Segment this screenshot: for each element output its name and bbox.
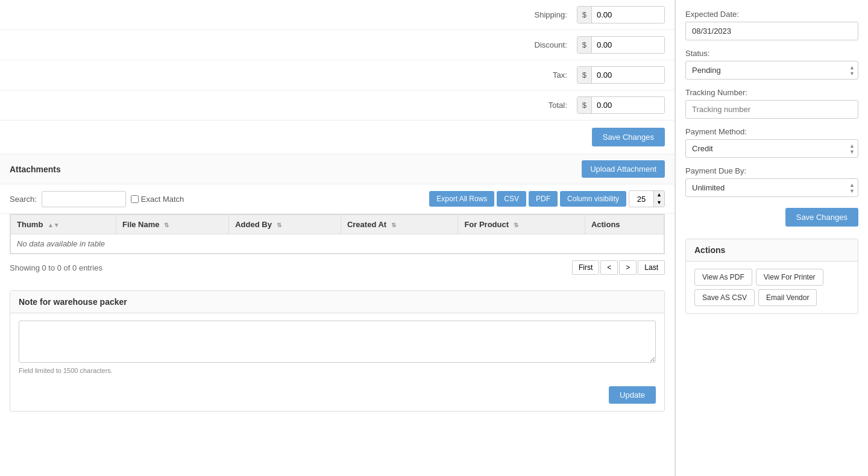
side-save-button[interactable]: Save Changes (785, 208, 858, 227)
no-data-row: No data available in table (11, 234, 664, 254)
total-row: Total: $ (0, 90, 675, 121)
expected-date-label: Expected Date: (685, 10, 858, 19)
payment-method-select-wrapper: Credit Cash Check ▲ ▼ (685, 139, 858, 158)
shipping-currency: $ (577, 7, 592, 23)
pagination-row: Showing 0 to 0 of 0 entries First < > La… (0, 254, 675, 281)
status-label: Status: (685, 49, 858, 58)
discount-input[interactable] (592, 37, 664, 53)
col-for-product-label: For Product (464, 220, 509, 229)
update-button[interactable]: Update (609, 386, 656, 404)
col-filename-label: File Name (122, 220, 159, 229)
page-size-down-arrow[interactable]: ▼ (654, 199, 664, 207)
column-visibility-button[interactable]: Column visibility (560, 191, 626, 207)
thumb-sort-icon: ▲▼ (48, 222, 60, 228)
tracking-number-input[interactable] (685, 100, 858, 119)
total-currency: $ (577, 97, 592, 113)
attachments-table: Thumb ▲▼ File Name ⇅ Added By ⇅ Create (10, 215, 664, 254)
shipping-row: Shipping: $ (0, 0, 675, 30)
shipping-input-group: $ (577, 6, 665, 23)
payment-due-label: Payment Due By: (685, 166, 858, 175)
col-thumb[interactable]: Thumb ▲▼ (11, 215, 116, 234)
pdf-button[interactable]: PDF (529, 191, 558, 207)
no-data-cell: No data available in table (11, 234, 664, 254)
note-footer: Update (10, 381, 664, 411)
search-input[interactable] (42, 191, 126, 207)
search-bar: Search: Exact Match Export All Rows CSV … (0, 184, 675, 214)
created-at-sort-icon: ⇅ (391, 222, 396, 228)
discount-row: Discount: $ (0, 30, 675, 60)
save-row: Save Changes (0, 121, 675, 154)
exact-match-text: Exact Match (141, 195, 184, 204)
save-as-csv-button[interactable]: Save AS CSV (694, 289, 755, 306)
col-added-by[interactable]: Added By ⇅ (229, 215, 341, 234)
col-created-at[interactable]: Created At ⇅ (341, 215, 458, 234)
col-actions-label: Actions (591, 220, 620, 229)
payment-method-label: Payment Method: (685, 127, 858, 136)
added-by-sort-icon: ⇅ (277, 222, 281, 228)
side-save-row: Save Changes (685, 208, 858, 227)
expected-date-input[interactable] (685, 22, 858, 40)
pagination-first-button[interactable]: First (572, 260, 599, 275)
note-limit-text: Field limited to 1500 characters. (19, 367, 656, 374)
shipping-label: Shipping: (10, 10, 577, 19)
actions-title: Actions (686, 239, 858, 261)
search-label: Search: (10, 195, 37, 204)
page-size-input[interactable]: 25 (629, 192, 653, 207)
actions-section: Actions View As PDF View For Printer Sav… (685, 239, 858, 314)
actions-body: View As PDF View For Printer Save AS CSV… (686, 261, 858, 313)
pagination-next-button[interactable]: > (619, 260, 637, 275)
for-product-sort-icon: ⇅ (514, 222, 518, 228)
page-size-up-arrow[interactable]: ▲ (654, 191, 664, 199)
note-section: Note for warehouse packer Field limited … (10, 290, 665, 412)
status-select-wrapper: Pending Approved Rejected ▲ ▼ (685, 61, 858, 80)
tax-currency: $ (577, 67, 592, 83)
status-select[interactable]: Pending Approved Rejected (685, 61, 858, 80)
upload-attachment-button[interactable]: Upload Attachment (582, 160, 665, 178)
col-filename[interactable]: File Name ⇅ (116, 215, 229, 234)
table-header-row: Thumb ▲▼ File Name ⇅ Added By ⇅ Create (11, 215, 664, 234)
tax-row: Tax: $ (0, 60, 675, 90)
attachments-title: Attachments (10, 164, 61, 174)
email-vendor-button[interactable]: Email Vendor (758, 289, 817, 306)
payment-due-select-wrapper: Unlimited 30 Days 60 Days ▲ ▼ (685, 178, 858, 197)
discount-currency: $ (577, 37, 592, 53)
note-body: Field limited to 1500 characters. (10, 313, 664, 381)
payment-due-select[interactable]: Unlimited 30 Days 60 Days (685, 178, 858, 197)
discount-label: Discount: (10, 40, 577, 49)
col-added-by-label: Added By (235, 220, 272, 229)
pagination-buttons: First < > Last (572, 260, 665, 275)
discount-input-group: $ (577, 36, 665, 54)
total-input-group: $ (577, 96, 665, 114)
exact-match-label[interactable]: Exact Match (131, 195, 184, 204)
save-changes-button[interactable]: Save Changes (592, 128, 665, 146)
col-actions: Actions (585, 215, 664, 234)
export-all-rows-button[interactable]: Export All Rows (429, 191, 494, 207)
tax-input-group: $ (577, 66, 665, 84)
shipping-input[interactable] (592, 7, 664, 23)
col-for-product[interactable]: For Product ⇅ (458, 215, 585, 234)
page-size-group: 25 ▲ ▼ (629, 190, 665, 207)
page-size-arrows: ▲ ▼ (653, 191, 664, 207)
view-as-pdf-button[interactable]: View As PDF (694, 269, 752, 286)
pagination-last-button[interactable]: Last (638, 260, 665, 275)
csv-button[interactable]: CSV (497, 191, 526, 207)
payment-method-select[interactable]: Credit Cash Check (685, 139, 858, 158)
tax-label: Tax: (10, 70, 577, 80)
col-created-at-label: Created At (347, 220, 386, 229)
total-input[interactable] (592, 97, 664, 113)
table-actions-group: Export All Rows CSV PDF Column visibilit… (429, 190, 665, 207)
filename-sort-icon: ⇅ (164, 222, 169, 228)
col-thumb-label: Thumb (17, 220, 43, 229)
showing-text: Showing 0 to 0 of 0 entries (10, 263, 102, 272)
attachments-header: Attachments Upload Attachment (0, 154, 675, 184)
pagination-prev-button[interactable]: < (600, 260, 618, 275)
tracking-number-label: Tracking Number: (685, 88, 858, 97)
tax-input[interactable] (592, 67, 664, 83)
note-title: Note for warehouse packer (10, 291, 664, 313)
attachments-table-wrapper: Thumb ▲▼ File Name ⇅ Added By ⇅ Create (10, 214, 665, 254)
exact-match-checkbox[interactable] (131, 195, 139, 203)
side-panel: Expected Date: Status: Pending Approved … (675, 0, 868, 476)
view-for-printer-button[interactable]: View For Printer (756, 269, 823, 286)
total-label: Total: (10, 101, 577, 110)
note-textarea[interactable] (19, 321, 656, 363)
